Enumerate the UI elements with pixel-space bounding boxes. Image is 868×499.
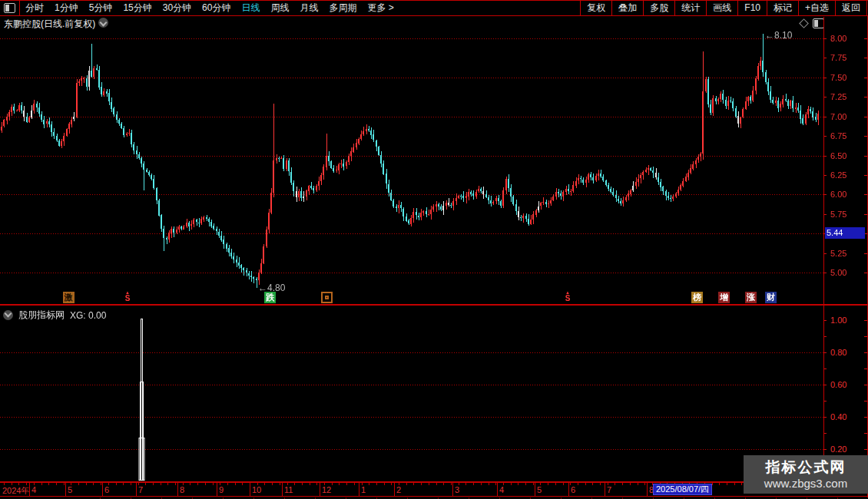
price-annotation: ←8.10 — [765, 30, 792, 41]
price-axis-label: 7.00 — [830, 112, 846, 121]
minor-tick — [563, 483, 564, 485]
menu-item-统计[interactable]: 统计 — [674, 1, 706, 15]
minor-tick — [712, 483, 713, 485]
price-axis-label: 6.00 — [830, 190, 846, 199]
menu-item-画线[interactable]: 画线 — [706, 1, 737, 15]
menu-item-30分钟[interactable]: 30分钟 — [157, 1, 197, 15]
indicator-axis-label: 0.40 — [830, 412, 846, 421]
menu-item-F10[interactable]: F10 — [737, 1, 767, 15]
month-label: 7 — [607, 485, 611, 494]
menu-item-叠加[interactable]: 叠加 — [611, 1, 643, 15]
title-bar: 东鹏控股(日线.前复权) — [0, 16, 868, 29]
minor-tick — [644, 483, 645, 485]
event-marker-激[interactable]: 激 — [63, 292, 75, 303]
event-marker-增[interactable]: 增 — [718, 292, 730, 303]
month-label: 11 — [284, 485, 293, 494]
month-separator — [568, 483, 569, 496]
minor-tick — [406, 483, 407, 485]
dividend-marker[interactable]: ▲S — [123, 291, 132, 302]
minor-tick — [719, 483, 720, 485]
main-chart-overlay: ←4.80←8.10激▲S跌▲S榜增涨财 — [0, 29, 823, 304]
minor-tick — [615, 483, 615, 485]
minor-tick — [473, 483, 474, 485]
watermark: 指标公式网 www.zbgs3.com — [744, 455, 868, 494]
minor-tick — [436, 483, 437, 485]
minor-tick — [630, 483, 631, 485]
minor-tick — [734, 483, 735, 485]
event-marker-财[interactable]: 财 — [765, 292, 777, 303]
price-axis[interactable]: 8.007.757.507.257.006.756.506.256.005.75… — [823, 29, 868, 304]
month-label: 6 — [104, 485, 109, 494]
panel-layout-icon-2[interactable] — [813, 18, 824, 28]
menu-item-更多 >[interactable]: 更多 > — [362, 1, 399, 15]
menu-item-标记[interactable]: 标记 — [767, 1, 798, 15]
month-separator — [605, 483, 605, 496]
menu-item-返回[interactable]: 返回 — [835, 1, 867, 15]
minor-tick — [548, 483, 548, 485]
menu-item-月线[interactable]: 月线 — [294, 1, 323, 15]
tools-menu: 复权叠加多股统计画线F10标记+自选返回 — [580, 1, 867, 15]
minor-tick — [56, 483, 57, 485]
month-label: 5 — [537, 485, 542, 494]
menu-item-+自选[interactable]: +自选 — [798, 1, 835, 15]
inner-square — [325, 296, 329, 299]
minor-tick — [213, 483, 214, 485]
watermark-url: www.zbgs3.com — [764, 476, 847, 491]
month-label: 12 — [322, 485, 331, 494]
minor-tick — [310, 483, 310, 485]
minor-tick — [741, 483, 742, 485]
time-axis[interactable]: 2024年456789101112123456782025/08/07/四 — [0, 483, 868, 497]
minor-tick — [481, 483, 482, 485]
diamond-icon[interactable] — [799, 18, 809, 28]
minor-tick — [511, 483, 512, 485]
minor-tick — [354, 483, 355, 485]
month-separator — [647, 483, 648, 496]
dividend-marker[interactable]: ▲S — [563, 291, 572, 302]
menu-item-60分钟[interactable]: 60分钟 — [197, 1, 236, 15]
menu-item-15分钟[interactable]: 15分钟 — [118, 1, 157, 15]
event-marker-榜[interactable]: 榜 — [691, 292, 703, 303]
minor-tick — [443, 483, 444, 485]
minor-tick — [153, 483, 154, 485]
minor-tick — [622, 483, 623, 485]
month-separator — [394, 483, 395, 496]
indicator-chart[interactable] — [0, 306, 823, 481]
minor-tick — [518, 483, 518, 485]
menu-item-复权[interactable]: 复权 — [580, 1, 611, 15]
minor-tick — [346, 483, 347, 485]
minor-tick — [369, 483, 369, 485]
menu-item-多周期[interactable]: 多周期 — [323, 1, 362, 15]
menu-item-日线[interactable]: 日线 — [236, 1, 265, 15]
axis-frame-line — [823, 17, 824, 481]
minor-tick — [41, 483, 42, 485]
minor-tick — [86, 483, 87, 485]
minor-tick — [131, 483, 131, 485]
menu-item-1分钟[interactable]: 1分钟 — [49, 1, 84, 15]
minor-tick — [525, 483, 526, 485]
layout-toggle-button[interactable] — [0, 1, 20, 15]
menu-item-分时[interactable]: 分时 — [20, 1, 49, 15]
indicator-axis-label: 1.00 — [830, 316, 846, 325]
menu-item-多股[interactable]: 多股 — [643, 1, 674, 15]
title-dropdown-button[interactable] — [98, 18, 108, 28]
event-marker-回[interactable] — [321, 292, 333, 303]
month-label: 8 — [180, 485, 184, 494]
month-separator — [452, 483, 453, 496]
price-axis-label: 6.75 — [830, 131, 846, 140]
panel-layout-icon — [4, 3, 15, 13]
price-axis-label: 5.25 — [830, 249, 846, 258]
s-glyph: S — [123, 295, 132, 302]
indicator-dropdown-button[interactable] — [3, 310, 13, 320]
minor-tick — [78, 483, 79, 485]
minor-tick — [227, 483, 228, 485]
event-marker-跌[interactable]: 跌 — [264, 292, 276, 303]
minor-tick — [123, 483, 124, 485]
minor-tick — [161, 483, 161, 485]
event-marker-涨[interactable]: 涨 — [745, 292, 757, 303]
minor-tick — [585, 483, 586, 485]
month-separator — [282, 483, 283, 496]
menu-item-周线[interactable]: 周线 — [265, 1, 294, 15]
menu-item-5分钟[interactable]: 5分钟 — [84, 1, 118, 15]
minor-tick — [495, 483, 496, 485]
minor-tick — [272, 483, 273, 485]
